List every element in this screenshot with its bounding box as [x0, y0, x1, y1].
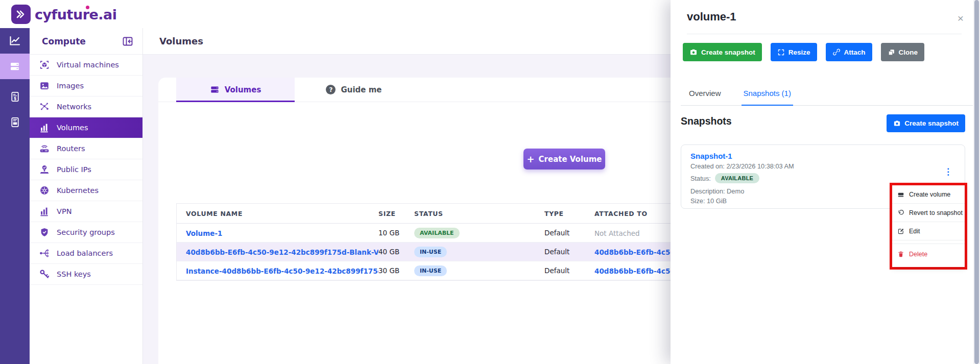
sidebar-item-label: Virtual machines [57, 61, 119, 69]
sidebar-item-label: Load balancers [57, 249, 113, 257]
create-snapshot-button[interactable]: Create snapshot [683, 43, 762, 61]
rail-item-analytics[interactable] [0, 28, 30, 54]
sidebar-item-label: Public IPs [57, 165, 91, 174]
icon-rail: $ [0, 28, 30, 364]
status-badge: AVAILABLE [414, 228, 460, 238]
volumes-tab-icon [210, 85, 220, 94]
billing-invoice-icon: $ [9, 91, 21, 103]
sidebar-item-label: Networks [57, 103, 91, 111]
svg-text:$: $ [13, 95, 16, 101]
image-icon [39, 80, 50, 91]
panel-collapse-icon[interactable] [121, 35, 134, 48]
brand-logo[interactable]: cyfuture.ai [11, 5, 117, 24]
revert-icon [897, 209, 904, 216]
trash-icon [897, 251, 904, 258]
volume-type: Default [544, 266, 594, 275]
volume-name-link[interactable]: 40d8b6bb-E6fb-4c50-9e12-42bc899f175d-Bla… [186, 248, 378, 256]
question-icon: ? [326, 85, 336, 94]
camera-icon [893, 119, 901, 127]
brand-name: cyfuture.ai [35, 7, 117, 22]
bar-chart-icon [39, 122, 50, 133]
rail-item-compute[interactable] [0, 54, 30, 79]
kubernetes-icon [39, 185, 50, 196]
snapshot-name-link[interactable]: Snapshot-1 [690, 152, 955, 160]
menu-item-edit[interactable]: Edit [892, 222, 965, 240]
brand-logo-icon [11, 5, 31, 24]
sidebar-item-volumes[interactable]: Volumes [30, 117, 142, 138]
tab-guide-me[interactable]: ? Guide me [295, 78, 413, 102]
menu-item-create-volume[interactable]: Create volume [892, 185, 965, 204]
snapshots-section-title: Snapshots [681, 115, 732, 127]
plus-icon: + [527, 154, 534, 164]
network-icon [39, 101, 50, 112]
menu-item-revert-to-snapshot[interactable]: Revert to snapshot [892, 204, 965, 222]
volume-name-link[interactable]: Instance-40d8b6bb-E6fb-4c50-9e12-42bc899… [186, 267, 378, 275]
table-row: Volume-1 10 GB AVAILABLE Default Not Att… [177, 224, 727, 242]
status-badge: IN-USE [414, 247, 447, 257]
resize-button[interactable]: Resize [771, 43, 817, 61]
sidebar-item-networks[interactable]: Networks [30, 96, 142, 117]
sidebar-item-public-ips[interactable]: Public IPs [30, 159, 142, 180]
page-title: Volumes [159, 36, 203, 46]
column-header-volume-name: VOLUME NAME [177, 210, 378, 217]
app-root: cyfuture.ai $ Com [0, 0, 980, 364]
menu-item-delete[interactable]: Delete [892, 244, 965, 264]
close-icon[interactable]: × [958, 12, 964, 25]
attach-button[interactable]: Attach [826, 43, 872, 61]
sidebar-item-label: Kubernetes [57, 186, 99, 195]
line-chart-icon [9, 35, 21, 47]
sidebar-item-vpn[interactable]: VPN [30, 201, 142, 222]
panel-tabbar: Overview Snapshots (1) [681, 85, 973, 106]
sidebar-item-kubernetes[interactable]: Kubernetes [30, 180, 142, 201]
rail-item-reports[interactable] [0, 109, 30, 135]
volumes-table: VOLUME NAME SIZE STATUS TYPE ATTACHED TO… [176, 203, 728, 281]
scrollbar-thumb[interactable] [974, 0, 979, 364]
clone-button[interactable]: Clone [881, 43, 925, 61]
volume-name-link[interactable]: Volume-1 [186, 229, 222, 237]
sidebar-item-load-balancers[interactable]: Load balancers [30, 243, 142, 264]
tab-snapshots[interactable]: Snapshots (1) [742, 85, 793, 106]
attached-to-value: Not Attached [594, 229, 640, 237]
tab-overview[interactable]: Overview [687, 85, 723, 105]
camera-icon [689, 48, 698, 56]
compute-sidebar: Compute Virtual machines Images Networks… [30, 28, 143, 364]
volume-size: 30 GB [378, 266, 414, 275]
snapshot-created: Created on: 2/23/2026 10:38:03 AM [690, 162, 955, 170]
sidebar-item-routers[interactable]: Routers [30, 138, 142, 159]
brand-accent-dot [86, 6, 89, 9]
panel-scrollbar[interactable] [973, 0, 980, 364]
table-row: Instance-40d8b6bb-E6fb-4c50-9e12-42bc899… [177, 261, 727, 280]
volume-type: Default [544, 248, 594, 256]
column-header-type: TYPE [544, 210, 594, 217]
snapshot-status-badge: AVAILABLE [715, 173, 759, 183]
volume-hdd-icon [897, 191, 904, 198]
snapshot-status-label: Status: [690, 175, 711, 182]
sidebar-title: Compute [42, 36, 121, 46]
status-badge: IN-USE [414, 265, 447, 276]
volume-size: 40 GB [378, 248, 414, 256]
shield-check-icon [39, 227, 50, 238]
kebab-menu-icon[interactable]: ⋮ [944, 167, 952, 176]
sidebar-item-label: Security groups [57, 228, 115, 236]
load-balancer-icon [39, 248, 50, 259]
create-snapshot-button-secondary[interactable]: Create snapshot [887, 114, 965, 132]
tab-label: Guide me [341, 85, 381, 94]
router-icon [39, 143, 50, 154]
compute-servers-icon [9, 60, 21, 72]
panel-action-buttons: Create snapshot Resize Attach Clone [683, 43, 924, 61]
usage-report-icon [9, 116, 21, 128]
volume-size: 10 GB [378, 229, 414, 237]
sidebar-item-label: VPN [57, 207, 72, 215]
sidebar-item-security-groups[interactable]: Security groups [30, 222, 142, 243]
sidebar-item-virtual-machines[interactable]: Virtual machines [30, 55, 142, 76]
sidebar-header: Compute [30, 28, 142, 55]
rail-item-billing[interactable]: $ [0, 84, 30, 109]
tab-volumes[interactable]: Volumes [176, 78, 295, 102]
sidebar-item-images[interactable]: Images [30, 76, 142, 96]
create-volume-button[interactable]: + Create Volume [523, 149, 605, 169]
column-header-size: SIZE [378, 210, 414, 217]
volume-detail-panel: volume-1 × Create snapshot Resize Attach… [671, 0, 980, 364]
resize-icon [777, 48, 785, 56]
snapshot-context-menu: Create volume Revert to snapshot Edit De… [892, 185, 965, 267]
sidebar-item-ssh-keys[interactable]: SSH keys [30, 264, 142, 285]
